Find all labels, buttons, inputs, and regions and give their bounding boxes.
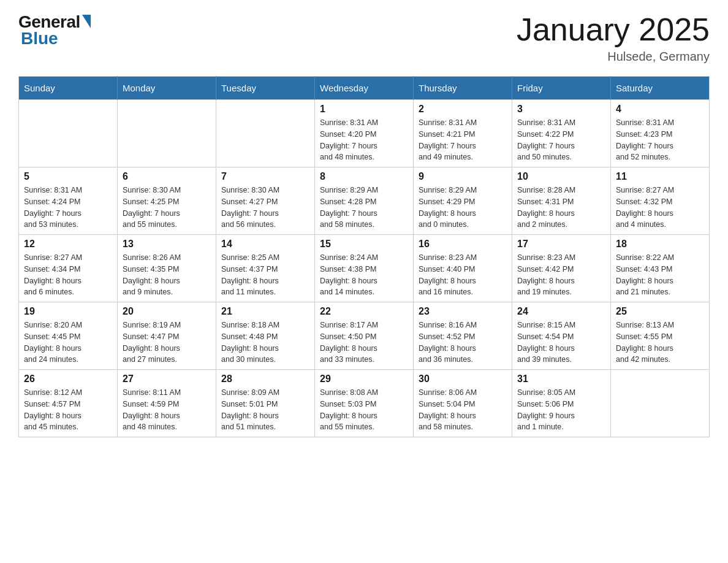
day-number: 13 (123, 239, 211, 250)
day-info: Sunrise: 8:12 AMSunset: 4:57 PMDaylight:… (24, 387, 112, 433)
calendar-cell: 3Sunrise: 8:31 AMSunset: 4:22 PMDaylight… (512, 100, 611, 167)
day-of-week-header: Thursday (414, 77, 512, 100)
day-info: Sunrise: 8:13 AMSunset: 4:55 PMDaylight:… (616, 320, 704, 366)
calendar-cell: 26Sunrise: 8:12 AMSunset: 4:57 PMDayligh… (19, 370, 118, 437)
week-row: 1Sunrise: 8:31 AMSunset: 4:20 PMDaylight… (19, 100, 710, 167)
day-number: 21 (221, 306, 309, 317)
day-number: 16 (419, 239, 507, 250)
calendar-cell: 4Sunrise: 8:31 AMSunset: 4:23 PMDaylight… (611, 100, 710, 167)
day-number: 14 (221, 239, 309, 250)
calendar-cell: 11Sunrise: 8:27 AMSunset: 4:32 PMDayligh… (611, 167, 710, 235)
day-info: Sunrise: 8:26 AMSunset: 4:35 PMDaylight:… (123, 252, 211, 298)
week-row: 26Sunrise: 8:12 AMSunset: 4:57 PMDayligh… (19, 370, 710, 437)
day-of-week-header: Saturday (611, 77, 710, 100)
page-header: General Blue January 2025 Hulsede, Germa… (18, 12, 710, 64)
day-info: Sunrise: 8:29 AMSunset: 4:29 PMDaylight:… (419, 185, 507, 231)
calendar-cell: 30Sunrise: 8:06 AMSunset: 5:04 PMDayligh… (414, 370, 512, 437)
calendar-cell (216, 100, 315, 167)
day-number: 9 (419, 171, 507, 182)
day-info: Sunrise: 8:09 AMSunset: 5:01 PMDaylight:… (221, 387, 309, 433)
day-info: Sunrise: 8:27 AMSunset: 4:34 PMDaylight:… (24, 252, 112, 298)
day-number: 4 (616, 104, 704, 115)
calendar-cell: 27Sunrise: 8:11 AMSunset: 4:59 PMDayligh… (118, 370, 216, 437)
location: Hulsede, Germany (517, 50, 710, 64)
day-info: Sunrise: 8:18 AMSunset: 4:48 PMDaylight:… (221, 320, 309, 366)
calendar-cell: 9Sunrise: 8:29 AMSunset: 4:29 PMDaylight… (414, 167, 512, 235)
day-info: Sunrise: 8:16 AMSunset: 4:52 PMDaylight:… (419, 320, 507, 366)
calendar-cell: 1Sunrise: 8:31 AMSunset: 4:20 PMDaylight… (315, 100, 414, 167)
day-number: 5 (24, 171, 112, 182)
day-info: Sunrise: 8:29 AMSunset: 4:28 PMDaylight:… (320, 185, 408, 231)
day-info: Sunrise: 8:30 AMSunset: 4:27 PMDaylight:… (221, 185, 309, 231)
day-number: 24 (517, 306, 605, 317)
day-info: Sunrise: 8:30 AMSunset: 4:25 PMDaylight:… (123, 185, 211, 231)
calendar-cell: 10Sunrise: 8:28 AMSunset: 4:31 PMDayligh… (512, 167, 611, 235)
day-number: 31 (517, 373, 605, 385)
day-info: Sunrise: 8:31 AMSunset: 4:24 PMDaylight:… (24, 185, 112, 231)
calendar-cell: 22Sunrise: 8:17 AMSunset: 4:50 PMDayligh… (315, 302, 414, 370)
day-of-week-header: Tuesday (216, 77, 315, 100)
day-info: Sunrise: 8:31 AMSunset: 4:20 PMDaylight:… (320, 117, 408, 163)
day-number: 28 (221, 373, 309, 385)
day-info: Sunrise: 8:22 AMSunset: 4:43 PMDaylight:… (616, 252, 704, 298)
day-number: 11 (616, 171, 704, 182)
month-title: January 2025 (517, 12, 710, 47)
day-info: Sunrise: 8:23 AMSunset: 4:40 PMDaylight:… (419, 252, 507, 298)
day-of-week-header: Friday (512, 77, 611, 100)
day-info: Sunrise: 8:06 AMSunset: 5:04 PMDaylight:… (419, 387, 507, 433)
calendar-cell: 18Sunrise: 8:22 AMSunset: 4:43 PMDayligh… (611, 235, 710, 302)
week-row: 19Sunrise: 8:20 AMSunset: 4:45 PMDayligh… (19, 302, 710, 370)
day-info: Sunrise: 8:11 AMSunset: 4:59 PMDaylight:… (123, 387, 211, 433)
calendar-cell: 24Sunrise: 8:15 AMSunset: 4:54 PMDayligh… (512, 302, 611, 370)
calendar-cell: 13Sunrise: 8:26 AMSunset: 4:35 PMDayligh… (118, 235, 216, 302)
day-number: 3 (517, 104, 605, 115)
day-number: 30 (419, 373, 507, 385)
day-of-week-header: Sunday (19, 77, 118, 100)
day-info: Sunrise: 8:27 AMSunset: 4:32 PMDaylight:… (616, 185, 704, 231)
calendar-cell: 15Sunrise: 8:24 AMSunset: 4:38 PMDayligh… (315, 235, 414, 302)
calendar-cell: 17Sunrise: 8:23 AMSunset: 4:42 PMDayligh… (512, 235, 611, 302)
week-row: 5Sunrise: 8:31 AMSunset: 4:24 PMDaylight… (19, 167, 710, 235)
day-of-week-header: Wednesday (315, 77, 414, 100)
calendar-cell (19, 100, 118, 167)
day-number: 25 (616, 306, 704, 317)
day-info: Sunrise: 8:20 AMSunset: 4:45 PMDaylight:… (24, 320, 112, 366)
day-number: 12 (24, 239, 112, 250)
calendar-table: SundayMondayTuesdayWednesdayThursdayFrid… (18, 76, 710, 437)
calendar-cell: 20Sunrise: 8:19 AMSunset: 4:47 PMDayligh… (118, 302, 216, 370)
calendar-cell: 21Sunrise: 8:18 AMSunset: 4:48 PMDayligh… (216, 302, 315, 370)
title-section: January 2025 Hulsede, Germany (517, 12, 710, 64)
calendar-cell: 6Sunrise: 8:30 AMSunset: 4:25 PMDaylight… (118, 167, 216, 235)
day-number: 17 (517, 239, 605, 250)
logo-blue-text: Blue (18, 29, 58, 48)
day-number: 7 (221, 171, 309, 182)
logo-triangle-icon (82, 15, 91, 28)
day-info: Sunrise: 8:31 AMSunset: 4:23 PMDaylight:… (616, 117, 704, 163)
day-number: 2 (419, 104, 507, 115)
day-info: Sunrise: 8:23 AMSunset: 4:42 PMDaylight:… (517, 252, 605, 298)
day-number: 15 (320, 239, 408, 250)
day-number: 18 (616, 239, 704, 250)
calendar-cell: 8Sunrise: 8:29 AMSunset: 4:28 PMDaylight… (315, 167, 414, 235)
calendar-cell: 14Sunrise: 8:25 AMSunset: 4:37 PMDayligh… (216, 235, 315, 302)
day-number: 1 (320, 104, 408, 115)
calendar-cell (611, 370, 710, 437)
day-number: 29 (320, 373, 408, 385)
calendar-cell: 5Sunrise: 8:31 AMSunset: 4:24 PMDaylight… (19, 167, 118, 235)
day-number: 19 (24, 306, 112, 317)
day-number: 26 (24, 373, 112, 385)
day-number: 27 (123, 373, 211, 385)
day-number: 20 (123, 306, 211, 317)
calendar-cell: 31Sunrise: 8:05 AMSunset: 5:06 PMDayligh… (512, 370, 611, 437)
calendar-header-row: SundayMondayTuesdayWednesdayThursdayFrid… (19, 77, 710, 100)
day-info: Sunrise: 8:31 AMSunset: 4:22 PMDaylight:… (517, 117, 605, 163)
calendar-cell: 7Sunrise: 8:30 AMSunset: 4:27 PMDaylight… (216, 167, 315, 235)
calendar-cell: 12Sunrise: 8:27 AMSunset: 4:34 PMDayligh… (19, 235, 118, 302)
day-info: Sunrise: 8:05 AMSunset: 5:06 PMDaylight:… (517, 387, 605, 433)
calendar-cell: 19Sunrise: 8:20 AMSunset: 4:45 PMDayligh… (19, 302, 118, 370)
calendar-cell: 23Sunrise: 8:16 AMSunset: 4:52 PMDayligh… (414, 302, 512, 370)
logo: General Blue (18, 12, 91, 48)
day-number: 23 (419, 306, 507, 317)
day-info: Sunrise: 8:08 AMSunset: 5:03 PMDaylight:… (320, 387, 408, 433)
day-number: 22 (320, 306, 408, 317)
